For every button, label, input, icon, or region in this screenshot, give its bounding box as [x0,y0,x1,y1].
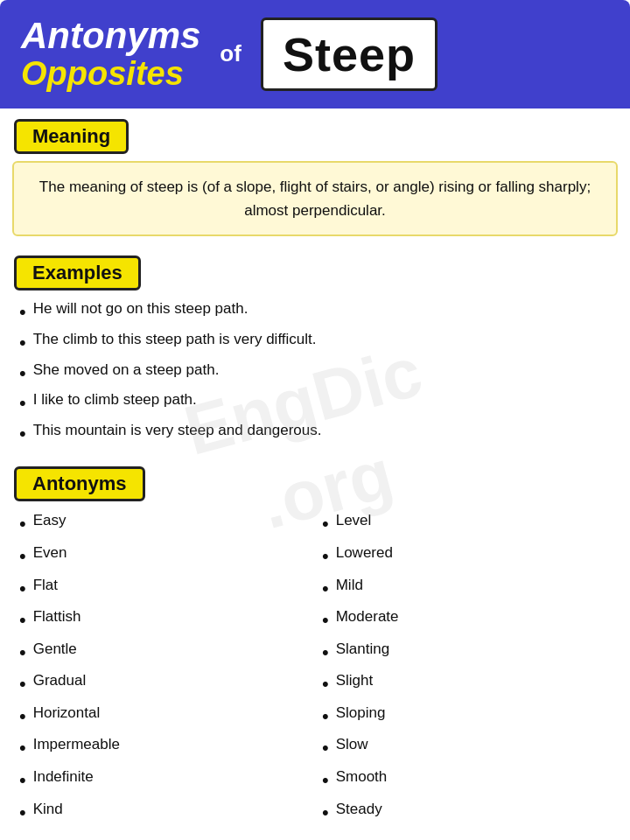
antonyms-col2: LevelLoweredMildModerateSlantingSlightSl… [315,508,618,829]
list-item: Gradual [12,668,315,701]
list-item: Even [12,541,315,573]
list-item: He will not go on this steep path. [12,298,618,328]
header: Antonyms Opposites of Steep [0,0,630,108]
list-item: Mild [315,573,618,606]
list-item: Smooth [315,765,618,797]
list-item: I like to climb steep path. [12,388,618,419]
of-label: of [220,40,242,67]
list-item: Gentle [12,637,315,669]
list-item: Slight [315,668,618,701]
antonyms-col1: EasyEvenFlatFlattishGentleGradualHorizon… [12,508,315,829]
header-left: Antonyms Opposites [21,16,200,93]
examples-label: Examples [14,256,141,290]
page-container: EngDic.org Antonyms Opposites of Steep M… [0,0,630,840]
list-item: Easy [12,508,315,541]
list-item: Lowered [315,541,618,573]
list-item: Steady [315,797,618,830]
list-item: Indefinite [12,765,315,797]
antonyms-columns: EasyEvenFlatFlattishGentleGradualHorizon… [12,508,618,829]
list-item: Level [315,508,618,541]
list-item: This mountain is very steep and dangerou… [12,419,618,450]
meaning-label: Meaning [14,119,129,154]
examples-list: He will not go on this steep path.The cl… [12,298,618,449]
steep-box: Steep [261,18,438,91]
list-item: Moderate [315,605,618,637]
meaning-text: The meaning of steep is (of a slope, fli… [12,161,618,236]
steep-label: Steep [283,27,416,81]
examples-section: Examples He will not go on this steep pa… [0,245,630,449]
list-item: She moved on a steep path. [12,359,618,389]
list-item: Slanting [315,637,618,669]
list-item: Kind [12,797,315,830]
list-item: Horizontal [12,701,315,733]
list-item: Impermeable [12,732,315,765]
antonyms-label: Antonyms [14,466,145,501]
antonyms-title: Antonyms [21,16,200,56]
list-item: The climb to this steep path is very dif… [12,328,618,359]
meaning-section: Meaning The meaning of steep is (of a sl… [0,108,630,236]
antonyms-section: Antonyms EasyEvenFlatFlattishGentleGradu… [0,456,630,829]
list-item: Sloping [315,701,618,733]
list-item: Flat [12,573,315,606]
list-item: Flattish [12,605,315,637]
list-item: Slow [315,732,618,765]
opposites-title: Opposites [21,56,200,93]
